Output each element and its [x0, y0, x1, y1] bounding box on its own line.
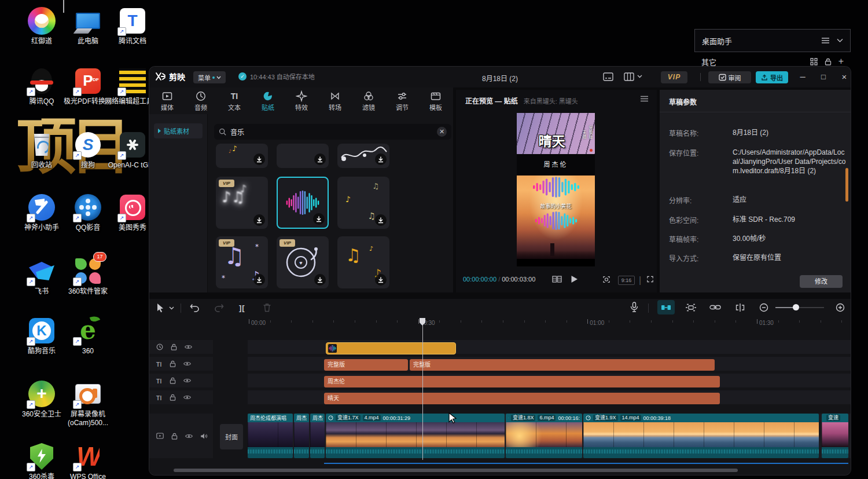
- desktop-icon-wps[interactable]: W↗: [72, 440, 104, 473]
- sidebar-item-sticker-material[interactable]: 贴纸素材: [154, 123, 203, 138]
- select-tool[interactable]: [156, 303, 165, 313]
- tab-filter[interactable]: 滤镜: [352, 90, 385, 112]
- video-clip-1[interactable]: 周杰: [294, 414, 309, 458]
- grid-icon[interactable]: [810, 58, 818, 65]
- video-clip-2[interactable]: 周杰: [310, 414, 325, 458]
- download-icon[interactable]: [375, 274, 387, 286]
- preview-axis-icon[interactable]: [735, 303, 745, 312]
- tab-adjust[interactable]: 调节: [386, 90, 418, 112]
- layout-columns-icon[interactable]: [624, 72, 634, 81]
- desktop-icon-web-toolbox[interactable]: ↗: [116, 65, 149, 97]
- export-button[interactable]: 导出: [756, 71, 788, 83]
- desktop-icon-this-pc[interactable]: [72, 5, 104, 37]
- playhead[interactable]: [422, 318, 423, 460]
- tab-template[interactable]: 模板: [420, 90, 452, 112]
- cover-button[interactable]: 封面: [220, 424, 243, 449]
- video-clip-0[interactable]: 周杰伦成都演唱: [248, 414, 293, 458]
- horizontal-scrollbar[interactable]: [174, 469, 738, 472]
- sticker-tile-purple-notes[interactable]: ♫♪** VIP: [216, 236, 268, 288]
- scrollbar[interactable]: [845, 168, 848, 202]
- mute-toggle[interactable]: [200, 433, 208, 440]
- preview-quality-icon[interactable]: [602, 275, 611, 284]
- desktop-icon-360-manager[interactable]: ↗17: [72, 255, 104, 287]
- tab-sticker[interactable]: 贴纸: [252, 90, 284, 112]
- video-clip-5[interactable]: 变速1.9X 14.mp4 00:00:39:18: [583, 414, 819, 458]
- sticker-tile-scatter-notes[interactable]: ♫♪♫: [337, 177, 389, 229]
- desktop-icon-ocam[interactable]: ↗: [72, 378, 104, 410]
- modify-button[interactable]: 修改: [800, 275, 843, 288]
- add-icon[interactable]: +: [838, 56, 844, 67]
- download-icon[interactable]: [253, 274, 265, 286]
- desktop-icon-sogou[interactable]: S↗: [72, 129, 104, 161]
- delete-button[interactable]: [263, 303, 271, 312]
- visibility-toggle[interactable]: [183, 361, 191, 367]
- clear-search-icon[interactable]: ✕: [437, 127, 447, 137]
- sticker-tile-smoke-notes[interactable]: ♪♫♪ VIP: [216, 177, 268, 229]
- download-icon[interactable]: [314, 153, 326, 165]
- sticker-tile-blank[interactable]: [277, 144, 329, 168]
- tab-text[interactable]: TI 文本: [218, 90, 251, 112]
- text-clip[interactable]: 完整版: [324, 359, 408, 371]
- minimize-button[interactable]: ─: [795, 70, 810, 84]
- desktop-icon-pdf-converter[interactable]: PPDF↗: [72, 65, 104, 97]
- desktop-icon-qq-player[interactable]: ↗: [72, 191, 104, 224]
- link-icon[interactable]: [709, 304, 721, 310]
- tab-transition[interactable]: 转场: [319, 90, 351, 112]
- lock-toggle[interactable]: [170, 377, 176, 384]
- desktop-icon-shenfu-helper[interactable]: ↗: [25, 191, 58, 224]
- desktop-icon-tencent-docs[interactable]: T↗: [116, 5, 149, 37]
- menu-button[interactable]: 菜单: [193, 71, 226, 83]
- lock-icon[interactable]: [825, 58, 832, 65]
- auto-snap-icon[interactable]: [685, 304, 697, 312]
- hamburger-icon[interactable]: [640, 96, 649, 102]
- desktop-icon-360-safe[interactable]: +↗: [25, 378, 58, 410]
- desktop-icon-hongyudao[interactable]: [25, 5, 58, 37]
- download-icon[interactable]: [375, 153, 387, 165]
- text-clip[interactable]: 周杰伦: [324, 376, 720, 387]
- lock-toggle[interactable]: [170, 394, 176, 401]
- split-tool[interactable]: ][: [239, 304, 245, 312]
- desktop-icon-recycle-bin[interactable]: [25, 129, 58, 161]
- desktop-icon-360-antivirus[interactable]: ↗: [25, 440, 58, 473]
- lock-toggle[interactable]: [171, 433, 178, 440]
- lock-toggle[interactable]: [171, 343, 177, 350]
- download-icon[interactable]: [375, 214, 387, 226]
- main-track-magnetic-button[interactable]: [657, 300, 675, 315]
- search-input[interactable]: 音乐: [230, 127, 433, 137]
- text-clip[interactable]: 晴天: [324, 393, 720, 404]
- timeline-zoom-slider[interactable]: [775, 307, 824, 308]
- visibility-toggle[interactable]: [185, 344, 192, 350]
- tab-media[interactable]: 媒体: [151, 90, 183, 112]
- vip-badge[interactable]: VIP: [661, 71, 687, 83]
- video-clip-6[interactable]: 变速: [822, 414, 848, 458]
- preview-viewport[interactable]: 晴天 完整版 无损 周杰伦 故事的小黄花: [517, 113, 595, 266]
- sticker-tile-gold-notes[interactable]: ♫♪♪: [337, 236, 389, 288]
- fullscreen-icon[interactable]: [646, 275, 654, 283]
- redo-button[interactable]: [214, 303, 224, 312]
- tab-effects[interactable]: 特效: [285, 90, 318, 112]
- visibility-toggle[interactable]: [183, 378, 191, 383]
- text-clip[interactable]: 完整版: [410, 359, 715, 371]
- undo-button[interactable]: [190, 303, 200, 312]
- video-clip-4[interactable]: 变速1.8X 6.mp4 00:00:16:: [506, 414, 582, 458]
- aspect-ratio-button[interactable]: 9:16: [618, 276, 635, 285]
- sticker-tile-swirl-notes[interactable]: [337, 144, 389, 168]
- sticker-tile-vinyl[interactable]: ♥ VIP: [277, 236, 329, 288]
- desktop-icon-openai-chatgpt[interactable]: ↗: [116, 129, 149, 161]
- desktop-icon-meitu[interactable]: ↗: [116, 191, 149, 224]
- desktop-icon-kugou[interactable]: ↗: [25, 315, 58, 347]
- download-icon[interactable]: [314, 274, 326, 286]
- layout-compact-icon[interactable]: [603, 72, 613, 81]
- sticker-tile-waveform[interactable]: [277, 177, 329, 229]
- timeline-ruler[interactable]: 00:0000:3001:0001:30: [149, 318, 851, 330]
- sticker-clip[interactable]: [326, 342, 456, 354]
- video-clip-3[interactable]: 变速1.7X 4.mp4 00:00:31:29: [326, 414, 505, 458]
- desktop-icon-feishu[interactable]: ↗: [25, 255, 58, 287]
- visibility-toggle[interactable]: [183, 394, 191, 400]
- hamburger-icon[interactable]: [821, 37, 830, 44]
- slider-handle[interactable]: [793, 304, 799, 310]
- tab-audio[interactable]: 音频: [185, 90, 217, 112]
- chevron-down-icon[interactable]: [837, 38, 843, 43]
- maximize-button[interactable]: □: [816, 70, 831, 84]
- lock-toggle[interactable]: [170, 360, 176, 367]
